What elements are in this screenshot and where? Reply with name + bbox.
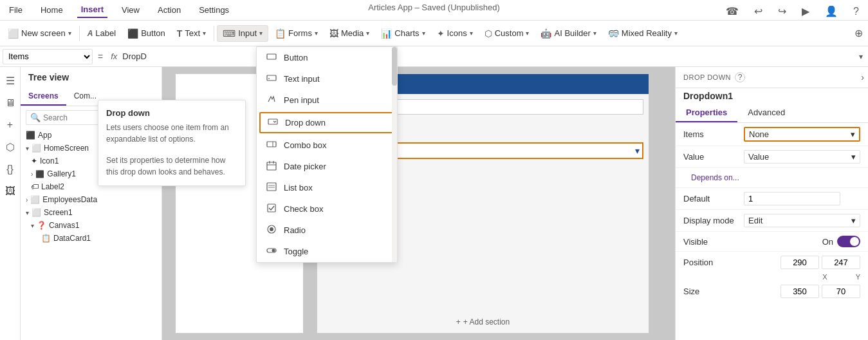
tab-screens[interactable]: Screens (21, 88, 66, 106)
ribbon-button[interactable]: ⬛ Button (122, 26, 171, 41)
right-panel-expand-btn[interactable]: › (857, 67, 868, 88)
menu-file[interactable]: File (5, 3, 26, 17)
position-label: Position (683, 258, 741, 267)
depends-on-link[interactable]: Depends on... (683, 172, 747, 184)
tab-properties[interactable]: Properties (676, 104, 737, 122)
prop-position: Position (676, 252, 868, 273)
dropdown-item-text-input[interactable]: Text input (257, 68, 397, 90)
ribbon-ai-builder[interactable]: 🤖 AI Builder ▾ (535, 26, 601, 41)
profile-icon[interactable]: 👤 (821, 3, 842, 20)
tree-item-employeesdata[interactable]: › ⬜ EmployeesData (21, 193, 162, 206)
ribbon-mixed-reality[interactable]: 🥽 Mixed Reality ▾ (603, 26, 683, 41)
ribbon-custom[interactable]: ⬡ Custom ▾ (479, 26, 535, 41)
canvas1-chevron: ▾ (31, 222, 34, 229)
formula-expand-btn[interactable]: ▾ (856, 52, 865, 61)
add-icon[interactable]: + (5, 117, 15, 133)
ribbon-charts[interactable]: 📊 Charts ▾ (376, 26, 430, 41)
svg-rect-4 (267, 142, 276, 147)
help-icon[interactable]: ☎ (722, 3, 743, 20)
dropdown-item-list-box[interactable]: List box (257, 177, 397, 198)
menu-view[interactable]: View (118, 3, 143, 17)
position-x-input[interactable] (780, 256, 819, 269)
ribbon-overflow[interactable]: ⊕ (852, 24, 865, 42)
ribbon-sep-2 (214, 26, 214, 41)
dropdown-item-check-box[interactable]: Check box (257, 198, 397, 220)
ribbon-text[interactable]: T Text ▾ (172, 26, 211, 41)
run-icon[interactable]: ▶ (798, 3, 813, 20)
svg-point-17 (272, 249, 275, 252)
text-icon: T (177, 28, 183, 39)
tree-item-canvas1[interactable]: ▾ ❓ Canvas1 (21, 219, 162, 232)
mixed-reality-chevron: ▾ (674, 30, 678, 37)
ribbon-forms[interactable]: 📋 Forms ▾ (270, 26, 323, 41)
add-section[interactable]: + + Add section (456, 317, 510, 326)
dropdown-help-icon[interactable]: ? (735, 72, 745, 82)
formula-select[interactable]: Items (3, 49, 93, 64)
charts-label: Charts (394, 28, 419, 38)
search-icon: 🔍 (30, 113, 41, 122)
dropdown-item-combo-box[interactable]: Combo box (257, 135, 397, 156)
homescreen-chevron: ▾ (26, 145, 29, 152)
toggle-on-label: On (822, 237, 833, 247)
tree-item-screen1[interactable]: ▾ ⬜ Screen1 (21, 206, 162, 219)
menu-settings[interactable]: Settings (195, 3, 233, 17)
menu-action[interactable]: Action (154, 3, 185, 17)
ribbon-new-screen[interactable]: ⬜ New screen ▾ (3, 26, 77, 41)
custom-icon: ⬡ (485, 28, 492, 39)
prop-visible: Visible On (676, 232, 868, 252)
svg-point-15 (270, 227, 273, 231)
items-control[interactable]: None ▾ (744, 127, 860, 142)
dropdown-item-date-picker[interactable]: Date picker (257, 156, 397, 177)
tree-item-label: DataCard1 (53, 234, 91, 243)
position-y-input[interactable] (822, 256, 860, 269)
hamburger-icon[interactable]: ☰ (3, 72, 17, 90)
tree-item-datacard1[interactable]: 📋 DataCard1 (21, 232, 162, 245)
formula-input[interactable] (122, 52, 854, 61)
prop-default: Default (676, 188, 868, 210)
dropdown-scrollbar[interactable] (392, 47, 397, 262)
display-mode-label: Display mode (683, 216, 741, 225)
dropdown-item-toggle[interactable]: Toggle (257, 241, 397, 262)
media-chevron: ▾ (366, 30, 369, 37)
value-control[interactable]: Value ▾ (744, 150, 860, 164)
label-label: Label (95, 28, 116, 38)
visible-toggle[interactable] (837, 236, 860, 247)
media-side-icon[interactable]: 🖼 (3, 183, 18, 200)
svg-rect-1 (267, 75, 276, 80)
dropdown-item-button[interactable]: Button (257, 47, 397, 68)
ribbon-icons[interactable]: ✦ Icons ▾ (432, 26, 478, 41)
display-mode-control[interactable]: Edit ▾ (744, 214, 860, 227)
dropdown-item-drop-down[interactable]: Drop down (259, 112, 394, 133)
screen-icon[interactable]: 🖥 (3, 95, 18, 111)
dropdown-item-label: Date picker (284, 162, 326, 171)
menu-insert[interactable]: Insert (77, 2, 107, 18)
ribbon-input[interactable]: ⌨ Input ▾ (217, 25, 268, 42)
dropdown-item-radio[interactable]: Radio (257, 220, 397, 241)
ai-builder-icon: 🤖 (540, 28, 551, 39)
size-height-input[interactable] (822, 285, 860, 298)
ribbon-label[interactable]: A Label (82, 26, 121, 41)
variable-icon[interactable]: {} (4, 161, 16, 178)
menu-home[interactable]: Home (37, 3, 67, 17)
tree-item-label: Icon1 (40, 156, 59, 165)
undo-icon[interactable]: ↩ (750, 3, 766, 20)
dropdown-arrow-icon: ▾ (633, 146, 642, 156)
dropdown-item-pen-input[interactable]: Pen input (257, 90, 397, 111)
right-panel-tabs: Properties Advanced (676, 104, 868, 123)
svg-rect-6 (267, 162, 276, 170)
ribbon: ⬜ New screen ▾ A Label ⬛ Button T Text ▾… (0, 21, 868, 46)
mixed-reality-label: Mixed Reality (622, 28, 672, 38)
question-icon[interactable]: ? (849, 3, 863, 20)
redo-icon[interactable]: ↪ (774, 3, 790, 20)
homescreen-icon: ⬜ (32, 144, 41, 153)
tab-advanced[interactable]: Advanced (737, 104, 795, 122)
x-label: X (822, 273, 827, 281)
charts-chevron: ▾ (422, 30, 425, 37)
ribbon-media[interactable]: 🖼 Media ▾ (324, 26, 374, 41)
size-width-input[interactable] (780, 285, 819, 298)
charts-icon: 📊 (381, 28, 392, 39)
component-icon[interactable]: ⬡ (3, 138, 17, 156)
default-input[interactable] (744, 192, 840, 205)
tree-item-label: Gallery1 (47, 169, 76, 178)
size-label: Size (683, 287, 741, 296)
